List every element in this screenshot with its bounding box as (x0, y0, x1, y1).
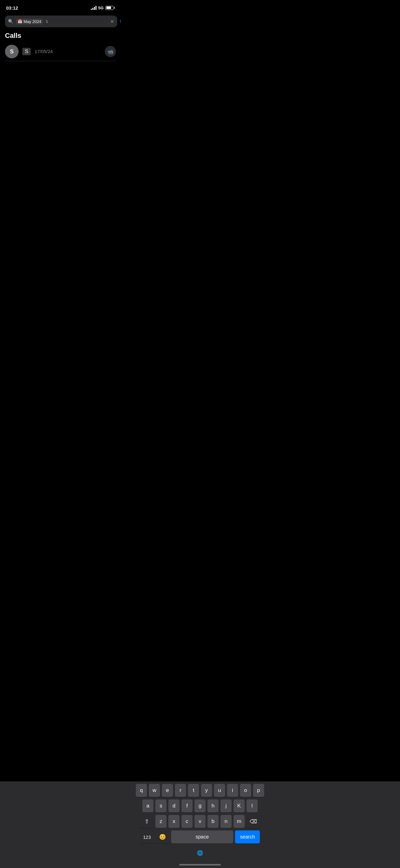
caller-name: S (25, 49, 28, 54)
battery-icon: 73 (105, 6, 115, 10)
video-icon: 📹 (107, 49, 113, 55)
calls-section: Calls S S 17/05/24 📹 (0, 29, 121, 62)
call-date: 17/05/24 (35, 49, 53, 54)
search-field[interactable]: 🔍 📅 May 2024 ✕ (5, 16, 117, 27)
status-icons: 5G 73 (91, 6, 115, 10)
status-time: 03:12 (6, 5, 18, 10)
video-call-button[interactable]: 📹 (105, 46, 116, 57)
cancel-button[interactable]: Cancel (120, 18, 121, 25)
clear-button[interactable]: ✕ (110, 19, 114, 25)
search-input[interactable] (45, 19, 108, 24)
calendar-icon: 📅 (18, 19, 22, 24)
search-bar: 🔍 📅 May 2024 ✕ Cancel (0, 14, 121, 29)
search-token[interactable]: 📅 May 2024 (16, 19, 43, 25)
network-label: 5G (98, 6, 104, 10)
search-token-label: May 2024 (24, 19, 41, 24)
status-bar: 03:12 5G 73 (0, 0, 121, 14)
search-icon: 🔍 (8, 19, 13, 24)
signal-icon (91, 6, 96, 10)
main-content-area (0, 62, 121, 140)
caller-name-highlight: S (22, 48, 31, 55)
call-item[interactable]: S S 17/05/24 📹 (5, 42, 116, 61)
avatar: S (5, 45, 19, 58)
call-info: S 17/05/24 (22, 48, 101, 55)
calls-title: Calls (5, 32, 116, 40)
